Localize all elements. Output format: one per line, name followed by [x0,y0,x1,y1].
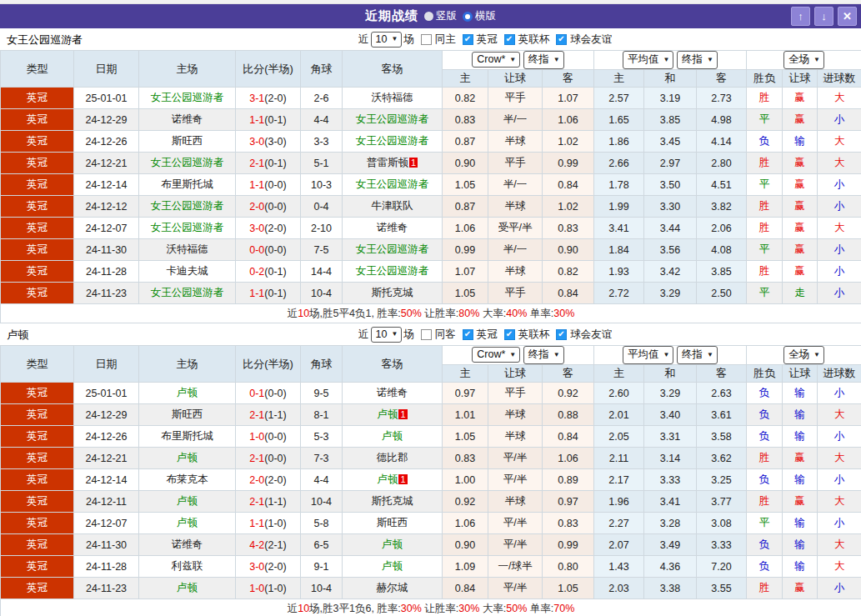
radio-horizontal-icon[interactable] [463,12,473,22]
chevron-down-icon: ▼ [663,56,670,63]
match-count-select[interactable]: 10▼ [371,32,403,48]
home-team-cell[interactable]: 斯旺西 [139,404,236,426]
same-venue-checkbox[interactable] [421,329,432,340]
home-team-cell[interactable]: 女王公园巡游者 [139,218,236,239]
league-cup-label: 英联杯 [518,33,550,47]
home-team-cell[interactable]: 利兹联 [139,556,236,578]
avg-source-select[interactable]: 平均值▼ [623,51,673,69]
score-cell: 2-1(1-1) [236,491,301,513]
table-row: 英冠 25-01-01 女王公园巡游者 3-1(2-0) 2-6 沃特福德 0.… [1,88,861,109]
match-date-cell: 24-12-07 [74,218,139,239]
away-team-cell[interactable]: 斯托克城 [343,283,443,304]
league-cup-checkbox[interactable] [504,329,515,340]
avg-kind-select[interactable]: 终指▼ [677,51,718,69]
match-date-cell: 25-01-01 [74,88,139,109]
odds-source-select[interactable]: Crow*▼ [472,52,520,68]
home-team-cell[interactable]: 沃特福德 [139,239,236,261]
away-team-cell[interactable]: 卢顿 [343,534,443,556]
fulltime-select[interactable]: 全场▼ [783,346,824,364]
crow-away-odds-cell: 1.06 [543,448,594,469]
away-team-cell[interactable]: 赫尔城 [343,578,443,599]
away-team-cell[interactable]: 诺维奇 [343,218,443,239]
crow-home-odds-cell: 1.05 [443,426,488,448]
match-count-select[interactable]: 10▼ [371,327,403,343]
avg-away-odds-cell: 3.25 [697,469,747,491]
score-cell: 1-1(1-0) [236,513,301,534]
away-team-cell[interactable]: 斯托克城 [343,491,443,513]
win-lose-result-cell: 负 [747,131,783,153]
avg-away-odds-cell: 2.73 [697,88,747,109]
avg-kind-select[interactable]: 终指▼ [677,346,718,364]
move-down-button[interactable]: ↓ [814,7,833,26]
home-team-cell[interactable]: 卢顿 [139,578,236,599]
odds-kind-select[interactable]: 终指▼ [523,51,564,69]
away-team-cell[interactable]: 德比郡 [343,448,443,469]
home-team-cell[interactable]: 卢顿 [139,513,236,534]
corners-cell: 5-8 [301,513,343,534]
move-up-button[interactable]: ↑ [791,7,810,26]
odds-source-select[interactable]: Crow*▼ [472,347,520,363]
away-team-cell[interactable]: 斯旺西 [343,513,443,534]
home-team-cell[interactable]: 女王公园巡游者 [139,88,236,109]
corners-cell: 5-1 [301,153,343,174]
home-team-cell[interactable]: 卢顿 [139,448,236,469]
same-venue-checkbox[interactable] [421,34,432,45]
crow-handicap-cell: 平/半 [488,448,543,469]
away-team-cell[interactable]: 牛津联队 [343,196,443,218]
chevron-down-icon: ▼ [707,56,713,63]
radio-vertical-icon[interactable] [424,12,433,21]
odds-kind-select[interactable]: 终指▼ [523,346,564,364]
away-team-cell[interactable]: 卢顿1 [343,469,443,491]
col-handicap-result: 让球 [783,70,818,88]
league-cup-checkbox[interactable] [504,34,515,45]
league-type-cell: 英冠 [1,383,74,404]
home-team-cell[interactable]: 女王公园巡游者 [139,196,236,218]
fulltime-select[interactable]: 全场▼ [783,51,824,69]
avg-home-odds-cell: 1.78 [594,174,644,196]
layout-radio-vertical[interactable]: 竖版 [424,9,457,23]
table-row: 英冠 24-12-21 卢顿 2-1(0-0) 7-3 德比郡 0.83 平/半… [1,448,861,469]
away-team-cell[interactable]: 普雷斯顿1 [343,153,443,174]
home-team-cell[interactable]: 布里斯托城 [139,174,236,196]
avg-away-odds-cell: 3.55 [697,578,747,599]
away-team-cell[interactable]: 卢顿 [343,426,443,448]
crow-handicap-cell: 半/一 [488,174,543,196]
avg-home-odds-cell: 2.11 [594,448,644,469]
near-label: 近 [358,328,369,342]
crow-away-odds-cell: 0.90 [543,239,594,261]
home-team-cell[interactable]: 卢顿 [139,491,236,513]
friendly-checkbox[interactable] [556,329,567,340]
score-cell: 2-1(1-1) [236,404,301,426]
home-team-cell[interactable]: 卢顿 [139,383,236,404]
avg-draw-odds-cell: 2.97 [644,153,697,174]
close-button[interactable]: ✕ [838,7,857,26]
away-team-cell[interactable]: 女王公园巡游者 [343,239,443,261]
home-team-cell[interactable]: 诺维奇 [139,109,236,131]
home-team-cell[interactable]: 女王公园巡游者 [139,283,236,304]
avg-source-select[interactable]: 平均值▼ [623,346,673,364]
away-team-cell[interactable]: 沃特福德 [343,88,443,109]
away-team-cell[interactable]: 卢顿1 [343,404,443,426]
home-team-cell[interactable]: 布里斯托城 [139,426,236,448]
away-team-cell[interactable]: 女王公园巡游者 [343,131,443,153]
league-checkbox[interactable] [463,329,473,340]
home-team-cell[interactable]: 女王公园巡游者 [139,153,236,174]
table-row: 英冠 24-12-29 斯旺西 2-1(1-1) 8-1 卢顿1 1.01 半球… [1,404,861,426]
league-checkbox[interactable] [463,34,473,45]
crow-group-header: Crow*▼ 终指▼ [443,51,594,70]
away-team-cell[interactable]: 诺维奇 [343,383,443,404]
away-team-cell[interactable]: 女王公园巡游者 [343,109,443,131]
away-team-cell[interactable]: 女王公园巡游者 [343,261,443,283]
home-team-cell[interactable]: 斯旺西 [139,131,236,153]
away-team-cell[interactable]: 女王公园巡游者 [343,174,443,196]
home-team-cell[interactable]: 诺维奇 [139,534,236,556]
red-card-badge: 1 [398,409,407,419]
layout-radio-horizontal[interactable]: 横版 [463,9,496,23]
win-lose-result-cell: 负 [747,426,783,448]
home-team-cell[interactable]: 卡迪夫城 [139,261,236,283]
away-team-cell[interactable]: 卢顿 [343,556,443,578]
home-team-cell[interactable]: 布莱克本 [139,469,236,491]
crow-handicap-cell: 平/半 [488,469,543,491]
win-lose-result-cell: 负 [747,469,783,491]
friendly-checkbox[interactable] [556,34,567,45]
